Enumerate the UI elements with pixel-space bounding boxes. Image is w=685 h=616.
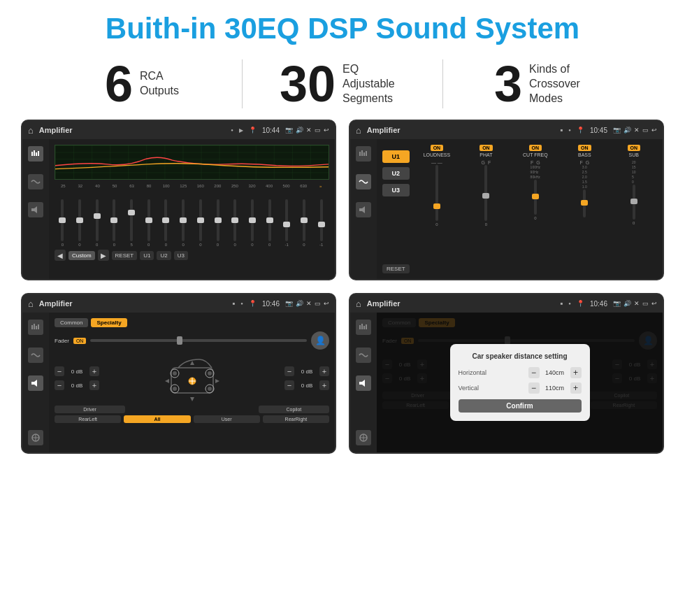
eq-slider-12[interactable]: 0: [261, 191, 277, 247]
eq-next-btn[interactable]: ▶: [98, 250, 109, 261]
rearleft-btn[interactable]: RearLeft: [55, 415, 121, 423]
eq-slider-5[interactable]: 0: [140, 191, 157, 247]
specialty-tab[interactable]: Specialty: [91, 318, 127, 327]
horizontal-label: Horizontal: [459, 369, 487, 376]
copilot-btn[interactable]: Copilot: [259, 406, 329, 413]
sub-freqs: 20151050: [632, 160, 636, 185]
u1-select-btn[interactable]: U1: [382, 150, 410, 163]
u2-select-btn[interactable]: U2: [382, 167, 410, 180]
screen2-wave-icon[interactable]: [356, 174, 371, 189]
horizontal-minus-btn[interactable]: −: [528, 367, 540, 378]
screen4-eq-icon[interactable]: [356, 320, 371, 335]
common-tab[interactable]: Common: [55, 318, 88, 327]
svg-rect-41: [366, 324, 367, 329]
left-minus-1[interactable]: −: [55, 366, 64, 376]
cutfreq-on[interactable]: ON: [529, 145, 542, 151]
svg-rect-38: [359, 325, 361, 329]
right-plus-1[interactable]: +: [319, 366, 329, 376]
eq-slider-8[interactable]: 0: [193, 191, 209, 247]
freq-expand[interactable]: »: [312, 184, 329, 188]
eq-slider-4[interactable]: 5: [124, 191, 140, 247]
eq-slider-1[interactable]: 0: [72, 191, 88, 247]
sidebar-eq-icon[interactable]: [28, 146, 43, 162]
eq-slider-15[interactable]: -1: [313, 191, 329, 247]
u3-select-btn[interactable]: U3: [382, 184, 410, 196]
screen3-camera-icon: 📷: [285, 300, 293, 307]
screen3-eq-icon[interactable]: [28, 320, 43, 335]
horizontal-plus-btn[interactable]: +: [570, 367, 582, 378]
sub-on[interactable]: ON: [628, 145, 641, 151]
loudness-on[interactable]: ON: [431, 145, 444, 151]
screen2-dot1: ■: [561, 128, 563, 132]
sub-slider[interactable]: [633, 185, 635, 220]
left-controls: − 0 dB + − 0 dB +: [55, 366, 99, 390]
amp2-reset-btn[interactable]: RESET: [382, 264, 410, 273]
screen3-time: 10:46: [262, 300, 280, 308]
custom-btn[interactable]: Custom: [68, 251, 95, 260]
eq-slider-7[interactable]: 0: [175, 191, 192, 247]
reset-btn[interactable]: RESET: [112, 251, 138, 260]
screen4-back-icon[interactable]: ↩: [651, 300, 657, 307]
driver-btn[interactable]: Driver: [55, 406, 125, 413]
eq-slider-3[interactable]: 0: [106, 191, 122, 247]
screen2-eq-icon[interactable]: [356, 146, 371, 162]
right-plus-2[interactable]: +: [319, 380, 329, 390]
screen2-location-icon: 📍: [577, 127, 584, 134]
sidebar-speaker-icon[interactable]: [28, 202, 43, 217]
screen2-back-icon[interactable]: ↩: [651, 127, 657, 134]
screen4-balance-icon[interactable]: [356, 430, 371, 445]
left-plus-1[interactable]: +: [89, 366, 99, 376]
screen4-dot1: ■: [561, 301, 563, 306]
eq-slider-13[interactable]: -1: [279, 191, 295, 247]
sidebar-wave-icon[interactable]: [28, 174, 43, 189]
eq-slider-6[interactable]: 0: [158, 191, 174, 247]
screen2-x-icon: ✕: [634, 127, 640, 134]
screen4-home-icon[interactable]: ⌂: [356, 299, 361, 309]
freq-40: 40: [89, 184, 106, 188]
eq-slider-14[interactable]: 0: [296, 191, 312, 247]
all-btn[interactable]: All: [124, 415, 190, 423]
screen3-speaker-icon[interactable]: [28, 375, 43, 391]
eq-slider-0[interactable]: 0: [55, 191, 71, 247]
eq-slider-2[interactable]: 0: [89, 191, 105, 247]
screen4-wave-icon[interactable]: [356, 348, 371, 363]
screen2-home-icon[interactable]: ⌂: [356, 125, 361, 136]
loudness-slider[interactable]: [435, 165, 438, 221]
confirm-button[interactable]: Confirm: [459, 399, 582, 413]
u2-btn[interactable]: U2: [157, 251, 171, 260]
left-minus-2[interactable]: −: [55, 380, 64, 390]
rearright-btn[interactable]: RearRight: [263, 415, 329, 423]
phat-slider[interactable]: [484, 165, 487, 221]
svg-rect-10: [366, 151, 367, 156]
fader-on-badge[interactable]: ON: [73, 338, 87, 344]
fader-avatar[interactable]: 👤: [311, 331, 329, 350]
vertical-plus-btn[interactable]: +: [570, 382, 582, 394]
screen3-back-icon[interactable]: ↩: [324, 300, 329, 307]
phat-on[interactable]: ON: [480, 145, 493, 151]
vertical-minus-btn[interactable]: −: [528, 382, 540, 394]
cutfreq-slider[interactable]: [534, 180, 537, 215]
screen1-time: 10:44: [262, 127, 280, 134]
user-btn[interactable]: User: [194, 415, 260, 423]
left-plus-2[interactable]: +: [89, 380, 99, 390]
svg-rect-6: [55, 145, 329, 179]
screen3-wave-icon[interactable]: [28, 348, 43, 363]
bass-slider[interactable]: [583, 189, 586, 217]
screen3-balance-icon[interactable]: [28, 430, 43, 445]
fader-slider[interactable]: [90, 339, 307, 342]
screen4-speaker-icon[interactable]: [356, 375, 371, 391]
screen1-back-icon[interactable]: ↩: [324, 127, 329, 134]
screen3-home-icon[interactable]: ⌂: [28, 299, 34, 309]
eq-slider-11[interactable]: 0: [245, 191, 261, 247]
bass-on[interactable]: ON: [578, 145, 591, 151]
u3-btn[interactable]: U3: [174, 251, 188, 260]
right-minus-1[interactable]: −: [284, 366, 294, 376]
screen1-home-icon[interactable]: ⌂: [28, 125, 34, 136]
u1-btn[interactable]: U1: [140, 251, 154, 260]
screen2-speaker-icon[interactable]: [356, 202, 371, 217]
eq-prev-btn[interactable]: ◀: [55, 250, 66, 261]
eq-slider-9[interactable]: 0: [210, 191, 226, 247]
screen3-dot2: ●: [240, 301, 243, 306]
right-minus-2[interactable]: −: [284, 380, 294, 390]
eq-slider-10[interactable]: 0: [227, 191, 243, 247]
